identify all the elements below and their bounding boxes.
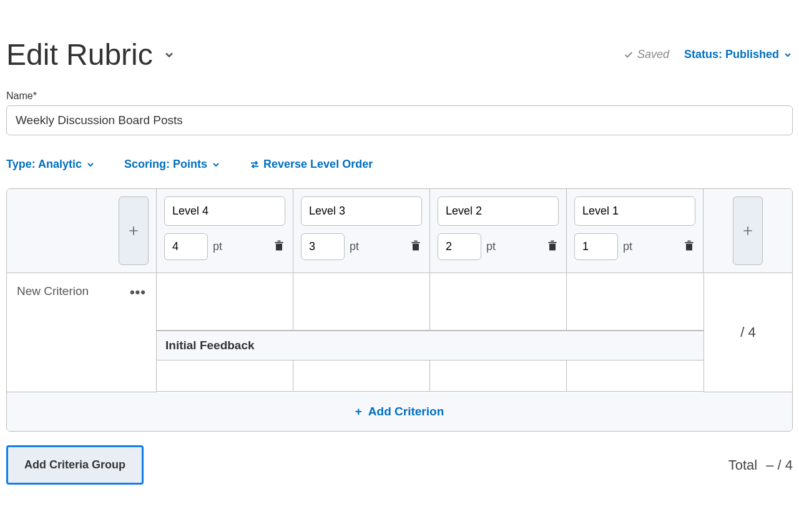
svg-rect-10: [549, 243, 556, 250]
total-display: Total – / 4: [728, 457, 793, 473]
name-input[interactable]: [6, 105, 793, 135]
feedback-cell[interactable]: [157, 360, 293, 392]
points-unit: pt: [486, 240, 496, 253]
type-dropdown[interactable]: Type: Analytic: [6, 158, 96, 171]
add-level-left-button[interactable]: [119, 196, 149, 265]
trash-icon: [273, 239, 285, 253]
level-header-1: pt: [157, 189, 293, 273]
delete-level-button[interactable]: [409, 239, 422, 255]
status-label: Status: Published: [684, 48, 779, 61]
type-label: Type: Analytic: [6, 158, 82, 171]
points-unit: pt: [350, 240, 359, 253]
saved-label: Saved: [637, 48, 669, 61]
criterion-middle: Initial Feedback: [157, 273, 703, 392]
feedback-cells-row: [157, 360, 703, 392]
criterion-outof: / 4: [740, 324, 755, 341]
page-title-wrap: Edit Rubric: [6, 37, 175, 72]
chevron-down-icon: [211, 160, 221, 170]
criterion-name: New Criterion: [17, 284, 89, 298]
add-level-left-cell: [7, 189, 157, 273]
page-header: Edit Rubric Saved Status: Published: [6, 37, 793, 72]
delete-level-button[interactable]: [683, 239, 695, 255]
reverse-label: Reverse Level Order: [263, 158, 373, 171]
svg-rect-12: [551, 240, 554, 241]
level-points-input[interactable]: [438, 233, 481, 260]
add-criterion-button[interactable]: +Add Criterion: [7, 392, 792, 431]
criterion-desc-cell[interactable]: [567, 273, 703, 331]
level-points-row: pt: [438, 233, 559, 260]
level-name-input[interactable]: [574, 196, 695, 226]
add-level-right-button[interactable]: [733, 196, 763, 265]
add-level-right-cell: [703, 189, 792, 273]
name-field-group: Name*: [6, 90, 793, 135]
name-label: Name*: [6, 90, 793, 102]
level-points-row: pt: [164, 233, 285, 260]
add-criteria-group-button[interactable]: Add Criteria Group: [6, 445, 144, 485]
levels-header-row: pt pt pt: [7, 189, 792, 273]
level-points-row: pt: [301, 233, 422, 260]
level-name-input[interactable]: [164, 196, 285, 226]
page-title: Edit Rubric: [6, 37, 153, 72]
total-label: Total: [728, 457, 757, 473]
status-dropdown[interactable]: Status: Published: [684, 48, 793, 61]
plus-icon: [742, 225, 754, 237]
plus-icon: +: [355, 405, 362, 418]
delete-level-button[interactable]: [546, 239, 559, 255]
points-unit: pt: [213, 240, 222, 253]
criterion-desc-cell[interactable]: [157, 273, 293, 331]
svg-rect-4: [276, 243, 282, 250]
points-unit: pt: [623, 240, 632, 253]
swap-icon: [250, 160, 260, 170]
saved-indicator: Saved: [624, 48, 669, 61]
svg-rect-14: [685, 242, 693, 243]
trash-icon: [683, 239, 695, 253]
header-status: Saved Status: Published: [624, 48, 793, 61]
criterion-outof-cell: / 4: [703, 273, 792, 392]
svg-rect-11: [548, 242, 556, 243]
delete-level-button[interactable]: [273, 239, 285, 255]
criterion-name-cell: New Criterion •••: [7, 273, 156, 392]
criterion-block: New Criterion ••• Initial Feedback / 4: [7, 273, 792, 392]
level-name-input[interactable]: [301, 196, 422, 226]
check-icon: [624, 50, 634, 60]
add-criterion-label: Add Criterion: [368, 405, 444, 418]
level-header-4: pt: [567, 189, 703, 273]
level-header-3: pt: [430, 189, 567, 273]
level-points-input[interactable]: [301, 233, 345, 260]
svg-rect-8: [411, 242, 419, 243]
initial-feedback-header: Initial Feedback: [157, 331, 703, 360]
svg-rect-7: [413, 243, 419, 250]
plus-icon: [127, 225, 140, 237]
feedback-cell[interactable]: [430, 360, 567, 392]
chevron-down-icon: [783, 50, 793, 60]
reverse-level-order-button[interactable]: Reverse Level Order: [250, 158, 373, 171]
trash-icon: [409, 239, 422, 253]
level-points-input[interactable]: [574, 233, 618, 260]
rubric-table: pt pt pt: [6, 188, 793, 432]
level-name-input[interactable]: [438, 196, 559, 226]
feedback-cell[interactable]: [293, 360, 430, 392]
criterion-left-column: New Criterion •••: [7, 273, 157, 392]
chevron-down-icon[interactable]: [163, 49, 175, 61]
svg-rect-5: [275, 242, 283, 243]
scoring-dropdown[interactable]: Scoring: Points: [124, 158, 221, 171]
scoring-label: Scoring: Points: [124, 158, 207, 171]
svg-rect-13: [686, 243, 692, 250]
svg-rect-15: [688, 240, 691, 241]
footer-row: Add Criteria Group Total – / 4: [6, 445, 793, 485]
svg-rect-6: [278, 240, 281, 241]
criterion-more-button[interactable]: •••: [130, 284, 146, 301]
trash-icon: [546, 239, 559, 253]
level-points-row: pt: [574, 233, 695, 260]
rubric-options: Type: Analytic Scoring: Points Reverse L…: [6, 158, 793, 171]
total-value: – / 4: [766, 457, 793, 473]
svg-rect-9: [414, 240, 418, 241]
level-header-2: pt: [293, 189, 430, 273]
criterion-desc-cell[interactable]: [293, 273, 430, 331]
criterion-desc-cell[interactable]: [430, 273, 567, 331]
feedback-cell[interactable]: [567, 360, 703, 392]
chevron-down-icon: [86, 160, 96, 170]
level-points-input[interactable]: [164, 233, 208, 260]
